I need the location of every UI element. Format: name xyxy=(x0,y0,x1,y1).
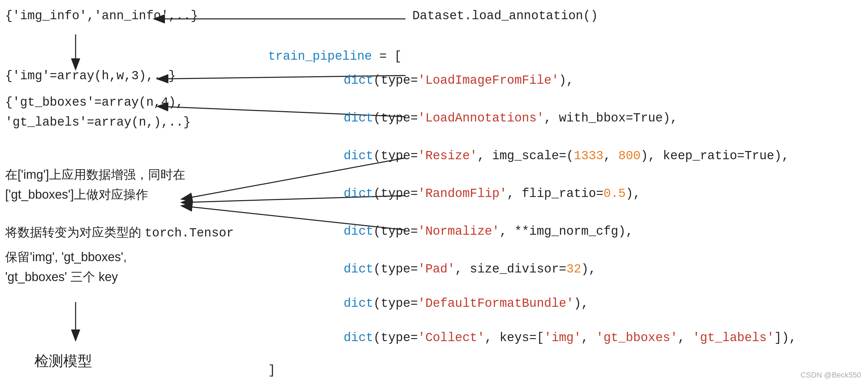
code-line6-randomflip: dict(type='RandomFlip', flip_ratio=0.5), xyxy=(344,185,641,202)
code-line3-loadimage: dict(type='LoadImageFromFile'), xyxy=(344,72,574,89)
code-line9-defaultformat: dict(type='DefaultFormatBundle'), xyxy=(344,295,589,312)
code-line2-trainpipeline: train_pipeline = [ xyxy=(268,48,402,65)
left-item4-line1: 在['img']上应用数据增强，同时在 xyxy=(5,165,185,185)
left-item1: {'img_info','ann_info',..} xyxy=(5,7,198,25)
code-trainpipeline-text: train_pipeline xyxy=(268,49,372,63)
left-item3: {'gt_bboxes'=array(n,4), 'gt_labels'=arr… xyxy=(5,93,191,132)
left-item4-line2: ['gt_bboxes']上做对应操作 xyxy=(5,185,185,205)
code-line8-pad: dict(type='Pad', size_divisor=32), xyxy=(344,261,596,278)
code-line4-loadannotations: dict(type='LoadAnnotations', with_bbox=T… xyxy=(344,110,678,127)
code-dataset-text: Dataset.load_annotation() xyxy=(412,9,598,23)
code-line7-normalize: dict(type='Normalize', **img_norm_cfg), xyxy=(344,223,633,240)
code-line10-collect: dict(type='Collect', keys=['img', 'gt_bb… xyxy=(344,329,797,347)
left-item6-line2: 'gt_bboxes' 三个 key xyxy=(5,267,127,287)
main-container: {'img_info','ann_info',..} {'img'=array(… xyxy=(0,0,868,383)
left-item3-line1: {'gt_bboxes'=array(n,4), xyxy=(5,93,191,113)
left-item2: {'img'=array(h,w,3),..} xyxy=(5,67,176,85)
left-item4: 在['img']上应用数据增强，同时在 ['gt_bboxes']上做对应操作 xyxy=(5,165,185,204)
watermark: CSDN @Beck550 xyxy=(801,371,861,380)
code-line5-resize: dict(type='Resize', img_scale=(1333, 800… xyxy=(344,148,789,165)
left-item5: 将数据转变为对应类型的 torch.Tensor xyxy=(5,223,234,243)
left-item6-line1: 保留'img', 'gt_bboxes', xyxy=(5,247,127,267)
left-item3-line2: 'gt_labels'=array(n,),..} xyxy=(5,113,191,132)
left-item5-text: 将数据转变为对应类型的 xyxy=(5,225,145,239)
code-line11-close: ] xyxy=(268,362,276,379)
left-item6: 保留'img', 'gt_bboxes', 'gt_bboxes' 三个 key xyxy=(5,247,127,287)
left-item7: 检测模型 xyxy=(34,350,92,372)
code-line1-dataset: Dataset.load_annotation() xyxy=(412,8,598,25)
